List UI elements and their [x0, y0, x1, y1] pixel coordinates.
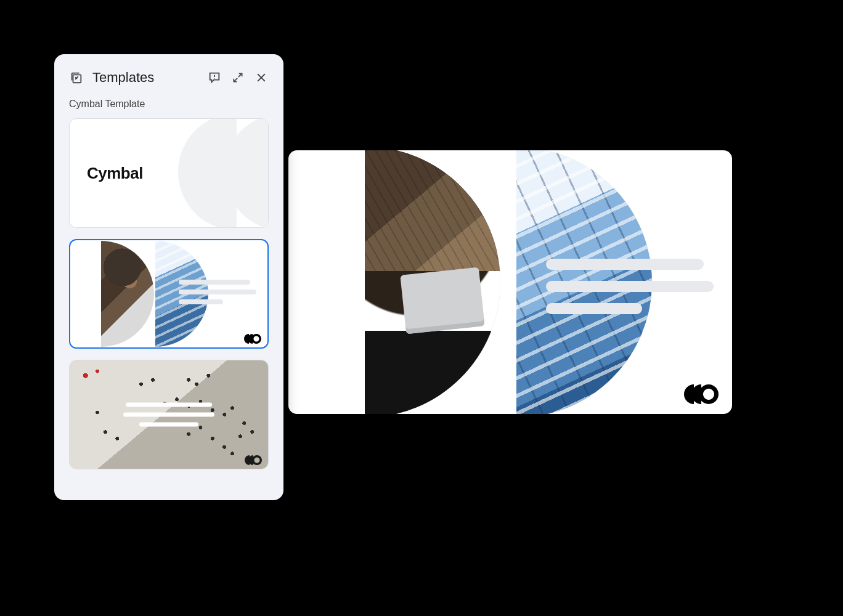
panel-title: Templates [92, 70, 154, 86]
panel-subtitle: Cymbal Template [69, 99, 269, 110]
card-text-placeholder [123, 403, 214, 427]
cymbal-mark-icon [244, 334, 261, 344]
cymbal-mark-icon [245, 455, 262, 465]
template-card-content-two-image[interactable] [69, 239, 269, 349]
template-card-title-slide[interactable]: Cymbal [69, 118, 269, 228]
card-text-placeholder [179, 280, 256, 304]
template-card-section-header[interactable] [69, 360, 269, 469]
expand-icon[interactable] [230, 70, 245, 85]
slide-text-placeholder [546, 259, 714, 314]
svg-point-2 [214, 78, 214, 79]
cymbal-deco-icon [178, 118, 269, 228]
templates-panel: Templates Cymbal Template Cymbal [54, 54, 283, 500]
panel-header: Templates [69, 69, 269, 86]
templates-icon [69, 70, 84, 85]
cymbal-mark-icon [684, 384, 719, 404]
slide-preview [288, 150, 732, 414]
brand-wordmark: Cymbal [87, 164, 143, 183]
feedback-icon[interactable] [207, 70, 222, 85]
close-icon[interactable] [254, 70, 269, 85]
